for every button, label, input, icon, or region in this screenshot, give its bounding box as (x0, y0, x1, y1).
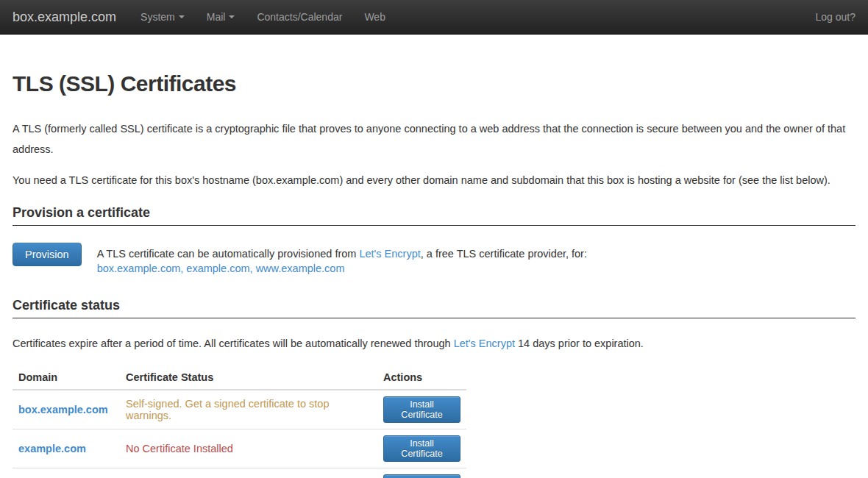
domain-cell: www.example.com (13, 468, 120, 478)
page-title: TLS (SSL) Certificates (13, 71, 855, 96)
provision-button[interactable]: Provision (13, 243, 82, 266)
provision-domain-link[interactable]: www.example.com (256, 263, 345, 274)
main-content: TLS (SSL) Certificates A TLS (formerly c… (0, 71, 868, 478)
chevron-down-icon (229, 15, 235, 18)
provision-domain-link[interactable]: box.example.com (97, 263, 181, 274)
provision-section: Provision A TLS certificate can be autom… (13, 243, 855, 276)
provision-description: A TLS certificate can be automatically p… (97, 243, 587, 276)
provision-heading: Provision a certificate (13, 205, 855, 226)
nav-item-link[interactable]: System (129, 7, 196, 26)
nav-item: Mail (196, 7, 246, 26)
status-cell: No Certificate Installed (120, 429, 377, 468)
logout-link[interactable]: Log out? (816, 11, 856, 23)
provision-text-after: , a free TLS certificate provider, for: (421, 248, 587, 260)
column-header-certificate-status: Certificate Status (120, 365, 377, 390)
nav-item-label: Contacts/Calendar (257, 11, 342, 23)
certificate-table: Domain Certificate Status Actions box.ex… (13, 365, 466, 478)
certificate-table-header: Domain Certificate Status Actions (13, 365, 466, 390)
install-certificate-button[interactable]: Install Certificate (383, 396, 460, 423)
intro-paragraph-2: You need a TLS certificate for this box'… (13, 170, 855, 190)
install-certificate-button[interactable]: Install Certificate (383, 435, 460, 462)
brand-link[interactable]: box.example.com (13, 10, 116, 25)
column-header-domain: Domain (13, 365, 120, 390)
actions-cell: Install Certificate (377, 390, 466, 429)
certificate-status-heading: Certificate status (13, 298, 855, 318)
nav-item-label: Mail (207, 11, 226, 23)
domain-link[interactable]: box.example.com (18, 404, 108, 415)
status-text-after: 14 days prior to expiration. (515, 338, 644, 349)
status-cell: No Certificate Installed (120, 468, 377, 478)
status-description: Certificates expire after a period of ti… (13, 336, 855, 351)
nav-item-label: System (140, 11, 175, 23)
provision-text-before: A TLS certificate can be automatically p… (97, 248, 360, 260)
table-row: www.example.com No Certificate Installed… (13, 468, 466, 478)
table-row: example.com No Certificate Installed Ins… (13, 429, 466, 468)
intro-paragraph-1: A TLS (formerly called SSL) certificate … (13, 118, 855, 160)
lets-encrypt-link[interactable]: Let's Encrypt (454, 338, 515, 349)
navbar-left: box.example.com System Mail Contacts/Cal… (13, 7, 396, 26)
lets-encrypt-link[interactable]: Let's Encrypt (359, 248, 420, 260)
status-text-before: Certificates expire after a period of ti… (13, 338, 454, 349)
table-row: box.example.com Self-signed. Get a signe… (13, 390, 466, 429)
actions-cell: Install Certificate (377, 429, 466, 468)
domain-cell: example.com (13, 429, 120, 468)
nav-item-link[interactable]: Contacts/Calendar (246, 7, 353, 26)
main-nav: System Mail Contacts/Calendar Web (129, 7, 396, 26)
actions-cell: Install Certificate (377, 468, 466, 478)
certificate-table-body: box.example.com Self-signed. Get a signe… (13, 390, 466, 478)
status-cell: Self-signed. Get a signed certificate to… (120, 390, 377, 429)
install-certificate-button[interactable]: Install Certificate (383, 474, 460, 478)
certificate-status-text: No Certificate Installed (126, 443, 233, 454)
top-navbar: box.example.com System Mail Contacts/Cal… (0, 0, 868, 35)
column-header-actions: Actions (377, 365, 466, 390)
chevron-down-icon (179, 15, 185, 18)
provision-domain-link[interactable]: example.com (186, 263, 249, 274)
certificate-status-text: Self-signed. Get a signed certificate to… (126, 398, 329, 421)
nav-item-label: Web (364, 11, 385, 23)
nav-item: Contacts/Calendar (246, 7, 353, 26)
provision-domain-list: box.example.com, example.com, www.exampl… (97, 261, 587, 276)
nav-item-link[interactable]: Mail (196, 7, 246, 26)
nav-item: System (129, 7, 196, 26)
domain-link[interactable]: example.com (18, 443, 86, 454)
nav-item-link[interactable]: Web (353, 7, 396, 26)
domain-cell: box.example.com (13, 390, 120, 429)
nav-item: Web (353, 7, 396, 26)
